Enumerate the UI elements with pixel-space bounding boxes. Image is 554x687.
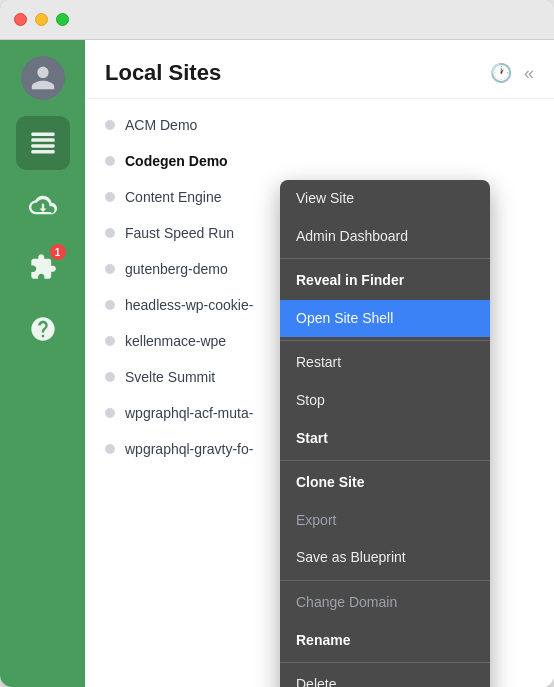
app-window: 1 Local Sites 🕐 « (0, 0, 554, 687)
cloud-icon (29, 191, 57, 219)
site-name: wpgraphql-gravty-fo- (125, 441, 253, 457)
menu-separator (280, 340, 490, 341)
menu-item-stop[interactable]: Stop (280, 382, 490, 420)
content-header: Local Sites 🕐 « (85, 40, 554, 99)
sidebar-item-sites[interactable] (16, 116, 70, 170)
page-title: Local Sites (105, 60, 221, 86)
svg-rect-0 (31, 133, 54, 137)
site-name: Content Engine (125, 189, 222, 205)
site-name: ACM Demo (125, 117, 197, 133)
menu-item-admin-dashboard[interactable]: Admin Dashboard (280, 218, 490, 256)
menu-separator (280, 460, 490, 461)
site-status-dot (105, 192, 115, 202)
menu-item-restart[interactable]: Restart (280, 344, 490, 382)
title-bar (0, 0, 554, 40)
site-name: gutenberg-demo (125, 261, 228, 277)
site-name: Svelte Summit (125, 369, 215, 385)
header-icons: 🕐 « (490, 62, 534, 84)
sidebar-item-cloud[interactable] (16, 178, 70, 232)
menu-item-open-site-shell[interactable]: Open Site Shell (280, 300, 490, 338)
menu-item-export[interactable]: Export (280, 502, 490, 540)
site-status-dot (105, 336, 115, 346)
menu-separator (280, 580, 490, 581)
sidebar: 1 (0, 40, 85, 687)
site-status-dot (105, 228, 115, 238)
help-icon (29, 315, 57, 343)
collapse-icon[interactable]: « (524, 63, 534, 84)
menu-item-clone-site[interactable]: Clone Site (280, 464, 490, 502)
avatar[interactable] (21, 56, 65, 100)
sidebar-item-help[interactable] (16, 302, 70, 356)
context-menu: View Site Admin Dashboard Reveal in Find… (280, 180, 490, 687)
close-button[interactable] (14, 13, 27, 26)
menu-item-rename[interactable]: Rename (280, 622, 490, 660)
menu-item-change-domain[interactable]: Change Domain (280, 584, 490, 622)
site-name: headless-wp-cookie- (125, 297, 253, 313)
site-status-dot (105, 408, 115, 418)
menu-item-reveal-in-finder[interactable]: Reveal in Finder (280, 262, 490, 300)
svg-rect-3 (31, 150, 54, 154)
main-layout: 1 Local Sites 🕐 « (0, 40, 554, 687)
list-item[interactable]: Codegen Demo (85, 143, 554, 179)
history-icon[interactable]: 🕐 (490, 62, 512, 84)
content-area: Local Sites 🕐 « ACM Demo Codegen Demo (85, 40, 554, 687)
menu-item-save-as-blueprint[interactable]: Save as Blueprint (280, 539, 490, 577)
site-status-dot (105, 120, 115, 130)
list-item[interactable]: ACM Demo (85, 107, 554, 143)
menu-separator (280, 258, 490, 259)
site-name: Faust Speed Run (125, 225, 234, 241)
extensions-badge: 1 (50, 244, 66, 260)
site-name: wpgraphql-acf-muta- (125, 405, 253, 421)
site-status-dot (105, 264, 115, 274)
user-icon (29, 64, 57, 92)
sidebar-item-extensions[interactable]: 1 (16, 240, 70, 294)
site-status-dot (105, 156, 115, 166)
site-name: kellenmace-wpe (125, 333, 226, 349)
menu-item-view-site[interactable]: View Site (280, 180, 490, 218)
site-status-dot (105, 372, 115, 382)
svg-rect-2 (31, 144, 54, 148)
site-name: Codegen Demo (125, 153, 228, 169)
minimize-button[interactable] (35, 13, 48, 26)
svg-rect-1 (31, 138, 54, 142)
site-status-dot (105, 444, 115, 454)
menu-separator (280, 662, 490, 663)
menu-item-start[interactable]: Start (280, 420, 490, 458)
maximize-button[interactable] (56, 13, 69, 26)
site-status-dot (105, 300, 115, 310)
sites-icon (29, 129, 57, 157)
menu-item-delete[interactable]: Delete (280, 666, 490, 687)
